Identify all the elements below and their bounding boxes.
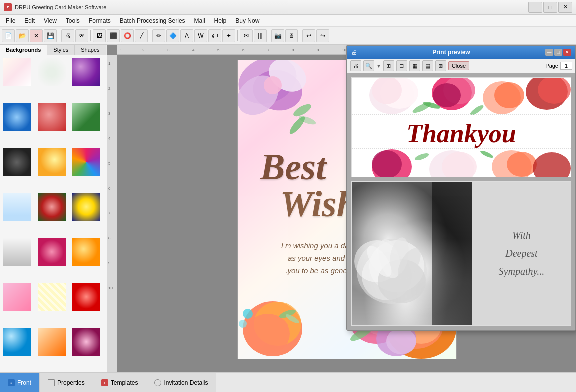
tb-print[interactable]: 🖨	[61, 29, 74, 42]
pp-view4[interactable]: ▤	[422, 60, 433, 71]
pp-close[interactable]: ✕	[563, 49, 571, 56]
bg-item-15[interactable]	[71, 237, 101, 267]
pp-maximize[interactable]: □	[554, 49, 562, 56]
pp-printer-icon[interactable]: 🖨	[350, 60, 361, 71]
bg-item-3[interactable]	[71, 57, 101, 87]
tb-line[interactable]: ╱	[135, 29, 148, 42]
tb-new[interactable]: 📄	[2, 29, 15, 42]
menu-buynow[interactable]: Buy Now	[231, 16, 263, 25]
tb-color[interactable]: 🔷	[166, 29, 179, 42]
bg-item-5[interactable]	[37, 102, 67, 132]
menu-edit[interactable]: Edit	[20, 16, 39, 25]
svg-point-45	[239, 320, 247, 328]
bg-item-12[interactable]	[71, 192, 101, 222]
tb-rect[interactable]: ⬛	[107, 29, 120, 42]
menu-formats[interactable]: Formats	[85, 16, 115, 25]
bg-item-11[interactable]	[37, 192, 67, 222]
tab-backgrounds[interactable]: Backgrounds	[0, 45, 47, 55]
bg-item-18[interactable]	[71, 282, 101, 312]
bg-item-4[interactable]	[2, 102, 32, 132]
bg-item-19[interactable]	[2, 327, 32, 357]
tb-camera[interactable]: 📷	[271, 29, 284, 42]
tb-barcode[interactable]: |||	[254, 29, 267, 42]
svg-point-43	[245, 314, 290, 354]
pp-title-bar: 🖨 Print preview — □ ✕	[347, 46, 575, 59]
tb-delete[interactable]: ✕	[30, 29, 43, 42]
svg-point-67	[469, 104, 485, 115]
bg-item-13[interactable]	[2, 237, 32, 267]
menu-mail[interactable]: Mail	[190, 16, 209, 25]
tb-text[interactable]: A	[180, 29, 193, 42]
svg-text:6: 6	[242, 48, 245, 52]
svg-point-62	[494, 82, 524, 108]
pp-thankyou-text: Thankyou	[352, 119, 571, 148]
invitation-icon	[154, 379, 161, 386]
tb-undo[interactable]: ↩	[302, 29, 315, 42]
tab-properties[interactable]: Properties	[40, 373, 93, 392]
pp-zoom-dropdown[interactable]: ▼	[376, 63, 381, 69]
svg-text:9: 9	[108, 261, 111, 265]
print-preview-window: 🖨 Print preview — □ ✕ 🖨 🔍 ▼ ⊞ ⊟ ▦ ▤ ⊠ Cl…	[346, 45, 576, 331]
tb-redo[interactable]: ↪	[316, 29, 329, 42]
left-panel: Backgrounds Styles Shapes	[0, 45, 107, 372]
maximize-button[interactable]: □	[543, 2, 557, 13]
tb-img[interactable]: 🖼	[93, 29, 106, 42]
tb-wordart[interactable]: W	[194, 29, 207, 42]
tb-symbol[interactable]: ✦	[222, 29, 235, 42]
pp-view2[interactable]: ⊟	[396, 60, 407, 71]
tb-clipart[interactable]: 🏷	[208, 29, 221, 42]
bg-item-10[interactable]	[2, 192, 32, 222]
tb-email[interactable]: ✉	[240, 29, 253, 42]
pp-c1-divider1	[352, 114, 571, 115]
bg-item-6[interactable]	[71, 102, 101, 132]
menu-file[interactable]: File	[2, 16, 19, 25]
canvas-area[interactable]: 1 2 3 4 5 6 7 8 9 10 1 2 3 4 5 6 7	[107, 45, 576, 372]
tb-pen[interactable]: ✏	[152, 29, 165, 42]
minimize-button[interactable]: —	[528, 2, 542, 13]
tb-preview[interactable]: 👁	[75, 29, 88, 42]
tab-front[interactable]: ▪ Front	[0, 373, 40, 392]
card-text-best[interactable]: Best	[260, 145, 326, 188]
bg-item-21[interactable]	[71, 327, 101, 357]
tb-screen[interactable]: 🖥	[285, 29, 298, 42]
app-icon: ♥	[4, 3, 12, 11]
tab-styles[interactable]: Styles	[47, 45, 75, 55]
bg-item-7[interactable]	[2, 147, 32, 177]
pp-minimize[interactable]: —	[545, 49, 553, 56]
svg-text:1: 1	[108, 61, 111, 66]
pp-view5[interactable]: ⊠	[435, 60, 446, 71]
bg-item-1[interactable]	[2, 57, 32, 87]
tb-open[interactable]: 📂	[16, 29, 29, 42]
tab-templates[interactable]: T Templates	[93, 373, 147, 392]
pp-page-spinner[interactable]: 1	[560, 62, 572, 70]
tb-sep4	[237, 30, 238, 41]
bg-item-14[interactable]	[37, 237, 67, 267]
bg-item-16[interactable]	[2, 282, 32, 312]
pp-view3[interactable]: ▦	[409, 60, 420, 71]
pp-close-btn[interactable]: Close	[448, 61, 469, 70]
menu-help[interactable]: Help	[210, 16, 231, 25]
menu-tools[interactable]: Tools	[62, 16, 84, 25]
pp-c2-text-area: With Deepest Sympathy...	[472, 182, 571, 325]
tb-sep3	[150, 30, 150, 41]
pp-zoom-icon[interactable]: 🔍	[363, 60, 374, 71]
tb-ellipse[interactable]: ⭕	[121, 29, 134, 42]
pp-view1[interactable]: ⊞	[383, 60, 394, 71]
tab-shapes[interactable]: Shapes	[75, 45, 106, 55]
pp-title-text: Print preview	[432, 49, 470, 56]
menu-batch[interactable]: Batch Processing Series	[116, 16, 189, 25]
bg-item-2[interactable]	[37, 57, 67, 87]
pp-page-num[interactable]: 1	[560, 62, 572, 70]
bg-item-20[interactable]	[37, 327, 67, 357]
bg-item-9[interactable]	[71, 147, 101, 177]
svg-text:10: 10	[108, 286, 113, 290]
svg-point-76	[480, 149, 494, 159]
menu-view[interactable]: View	[40, 16, 61, 25]
svg-point-75	[414, 152, 430, 162]
svg-text:4: 4	[108, 136, 111, 141]
tb-save[interactable]: 💾	[44, 29, 57, 42]
tab-invitation-details[interactable]: Invitation Details	[146, 373, 216, 392]
bg-item-17[interactable]	[37, 282, 67, 312]
bg-item-8[interactable]	[37, 147, 67, 177]
close-button[interactable]: ✕	[558, 2, 572, 13]
